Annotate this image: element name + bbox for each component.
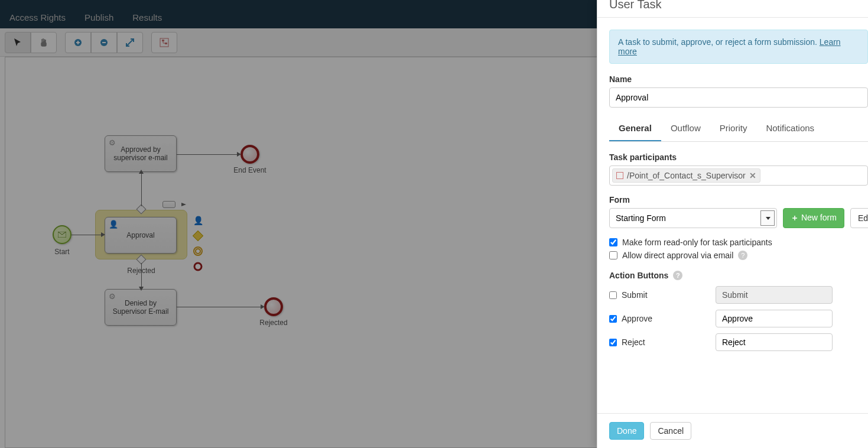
- nav-results[interactable]: Results: [123, 7, 171, 28]
- info-text: A task to submit, approve, or reject a f…: [618, 37, 820, 47]
- participant-token-text: /Point_of_Contact_s_Supervisor: [627, 171, 746, 180]
- help-icon[interactable]: ?: [738, 251, 747, 260]
- minus-circle-icon: [99, 38, 109, 47]
- minimap-tool[interactable]: [151, 32, 177, 53]
- task-properties-panel: User Task A task to submit, approve, or …: [597, 0, 868, 448]
- form-select[interactable]: [609, 208, 777, 228]
- approved-email-label: Approved by supervisor e-mail: [108, 145, 174, 163]
- plus-circle-icon: [73, 38, 83, 47]
- palette-end-icon[interactable]: [192, 261, 204, 272]
- panel-footer: Done Cancel: [597, 413, 868, 448]
- name-label: Name: [609, 74, 868, 84]
- participant-token: /Point_of_Contact_s_Supervisor ✕: [612, 168, 760, 183]
- approve-text-input[interactable]: [716, 310, 833, 327]
- gear-icon: ⚙: [109, 138, 116, 148]
- svg-point-9: [194, 263, 201, 270]
- done-button[interactable]: Done: [609, 422, 644, 440]
- reject-check-label: Reject: [622, 337, 645, 347]
- start-event-node[interactable]: [53, 225, 71, 244]
- tab-general[interactable]: General: [609, 117, 661, 141]
- tab-notifications[interactable]: Notifications: [756, 117, 824, 141]
- submit-text-input: [716, 286, 833, 304]
- nav-access-rights[interactable]: Access Rights: [0, 7, 75, 28]
- reject-text-input[interactable]: [716, 333, 833, 351]
- palette-user-task-icon[interactable]: 👤: [192, 215, 204, 226]
- name-input[interactable]: [609, 87, 868, 108]
- envelope-icon: [58, 232, 66, 238]
- user-icon: 👤: [109, 220, 118, 229]
- field-icon: [616, 172, 623, 179]
- action-buttons-grid: Submit Approve Reject: [609, 286, 833, 351]
- fit-screen-tool[interactable]: [117, 32, 143, 53]
- tab-priority[interactable]: Priority: [710, 117, 757, 141]
- svg-rect-3: [162, 40, 164, 41]
- mini-arrow-icon: [181, 203, 186, 206]
- gear-icon: ⚙: [109, 292, 116, 301]
- pointer-tool[interactable]: [5, 32, 31, 53]
- nav-publish[interactable]: Publish: [75, 7, 123, 28]
- submit-checkbox[interactable]: [609, 291, 617, 299]
- tab-outflow[interactable]: Outflow: [661, 117, 710, 141]
- svg-rect-6: [193, 231, 203, 241]
- node-palette: 👤: [192, 215, 204, 272]
- panel-title: User Task: [609, 0, 856, 11]
- action-buttons-heading: Action Buttons: [609, 271, 668, 280]
- new-form-button[interactable]: ＋ New form: [783, 208, 844, 228]
- end-event-bottom-label: Rejected: [244, 319, 303, 327]
- mini-toggle[interactable]: [162, 201, 175, 208]
- participants-label: Task participants: [609, 152, 868, 162]
- denied-email-label: Denied by Supervisor E-mail: [108, 299, 174, 316]
- start-label: Start: [32, 248, 92, 256]
- approval-task-label: Approval: [126, 231, 154, 239]
- info-alert: A task to submit, approve, or reject a f…: [609, 30, 868, 64]
- palette-gateway-icon[interactable]: [192, 230, 204, 242]
- end-event-bottom[interactable]: [264, 297, 283, 316]
- minimap-icon: [160, 38, 169, 47]
- readonly-checkbox[interactable]: [609, 238, 617, 246]
- participants-input[interactable]: /Point_of_Contact_s_Supervisor ✕: [609, 165, 868, 186]
- readonly-label: Make form read-only for task participant…: [622, 238, 772, 247]
- expand-icon: [125, 38, 135, 47]
- svg-point-8: [196, 249, 200, 254]
- zoom-in-tool[interactable]: [65, 32, 91, 53]
- submit-check-label: Submit: [622, 290, 648, 300]
- approval-task-node[interactable]: 👤 Approval: [105, 217, 177, 254]
- svg-rect-4: [165, 43, 167, 44]
- palette-timer-icon[interactable]: [192, 245, 204, 257]
- approved-email-task-node[interactable]: ⚙ Approved by supervisor e-mail: [105, 135, 177, 172]
- help-icon[interactable]: ?: [673, 271, 682, 280]
- edit-form-button[interactable]: Edit: [850, 208, 868, 228]
- form-label: Form: [609, 195, 868, 204]
- approve-check-label: Approve: [622, 314, 652, 323]
- hand-icon: [39, 38, 48, 47]
- direct-approval-checkbox[interactable]: [609, 251, 617, 259]
- approve-checkbox[interactable]: [609, 315, 617, 323]
- denied-email-task-node[interactable]: ⚙ Denied by Supervisor E-mail: [105, 289, 177, 326]
- end-event-top[interactable]: [240, 145, 259, 164]
- direct-approval-label: Allow direct approval via email: [622, 251, 733, 260]
- pan-tool[interactable]: [31, 32, 57, 53]
- panel-tabs: General Outflow Priority Notifications: [609, 117, 868, 142]
- pointer-icon: [13, 38, 22, 47]
- reject-checkbox[interactable]: [609, 339, 617, 346]
- zoom-out-tool[interactable]: [91, 32, 117, 53]
- remove-token-icon[interactable]: ✕: [749, 171, 756, 180]
- cancel-button[interactable]: Cancel: [650, 422, 691, 440]
- end-event-top-label: End Event: [220, 166, 279, 174]
